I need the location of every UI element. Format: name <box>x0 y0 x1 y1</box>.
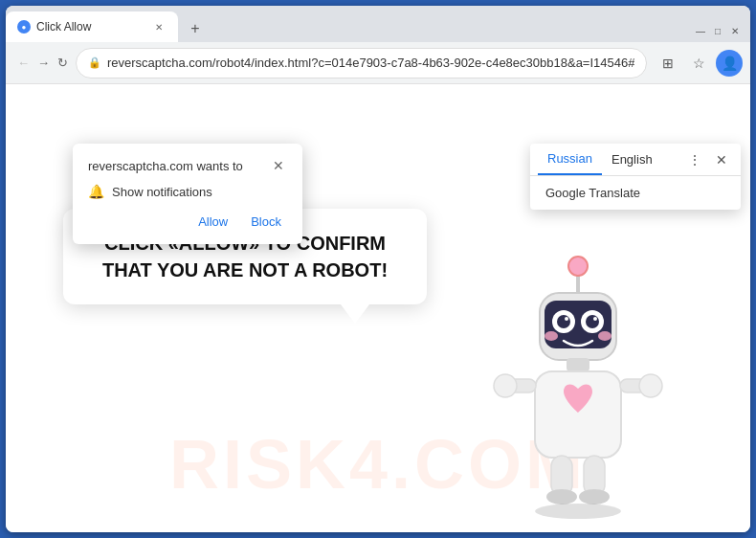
minimize-button[interactable]: — <box>693 23 708 38</box>
translate-tab-russian[interactable]: Russian <box>538 144 602 175</box>
extensions-button[interactable]: ⊞ <box>655 50 681 77</box>
popup-close-button[interactable]: ✕ <box>270 157 287 174</box>
translate-tab-english[interactable]: English <box>602 145 662 174</box>
popup-title: reverscaptcha.com wants to <box>88 159 243 173</box>
lock-icon: 🔒 <box>88 56 101 69</box>
translate-menu-button[interactable]: ⋮ <box>683 148 706 171</box>
page-content: RISK4.COM reverscaptcha.com wants to ✕ 🔔… <box>6 84 750 532</box>
translate-close-button[interactable]: ✕ <box>710 148 733 171</box>
window-controls: — □ ✕ <box>693 23 750 42</box>
svg-point-10 <box>545 331 558 341</box>
browser-window: ● Click Allow ✕ + — □ ✕ ← → ↻ 🔒 reversca… <box>6 6 750 532</box>
translate-actions: ⋮ ✕ <box>683 148 733 171</box>
browser-tab[interactable]: ● Click Allow ✕ <box>6 11 178 42</box>
profile-button[interactable]: 👤 <box>716 50 743 77</box>
svg-point-9 <box>593 317 597 321</box>
notification-label: Show notifications <box>112 185 212 199</box>
tab-title: Click Allow <box>36 20 145 34</box>
svg-rect-13 <box>535 371 621 458</box>
reload-button[interactable]: ↻ <box>57 52 68 75</box>
svg-point-15 <box>494 374 517 397</box>
tab-bar: ● Click Allow ✕ + — □ ✕ <box>6 6 750 42</box>
browser-actions: ⊞ ☆ 👤 ⋮ <box>655 50 750 77</box>
translate-dropdown: Russian English ⋮ ✕ Google Translate <box>530 144 741 210</box>
new-tab-button[interactable]: + <box>182 15 209 42</box>
forward-button[interactable]: → <box>37 52 50 75</box>
popup-buttons: Allow Block <box>88 211 287 233</box>
svg-point-1 <box>568 257 588 276</box>
google-translate-option[interactable]: Google Translate <box>530 176 741 210</box>
close-window-button[interactable]: ✕ <box>727 23 743 38</box>
back-button[interactable]: ← <box>17 52 30 75</box>
svg-point-21 <box>579 489 610 504</box>
allow-button[interactable]: Allow <box>192 211 233 233</box>
translate-tabs: Russian English ⋮ ✕ <box>530 144 741 176</box>
svg-rect-12 <box>567 358 589 371</box>
popup-notification-row: 🔔 Show notifications <box>88 184 287 199</box>
menu-button[interactable]: ⋮ <box>746 50 750 77</box>
bell-icon: 🔔 <box>88 184 104 199</box>
bookmark-button[interactable]: ☆ <box>685 50 712 77</box>
svg-point-22 <box>535 504 621 519</box>
url-text: reverscaptcha.com/robot4/index.html?c=01… <box>107 56 634 70</box>
maximize-button[interactable]: □ <box>710 23 725 38</box>
address-bar: ← → ↻ 🔒 reverscaptcha.com/robot4/index.h… <box>6 42 750 84</box>
block-button[interactable]: Block <box>245 211 287 233</box>
robot-illustration <box>482 245 674 513</box>
svg-point-11 <box>598 331 611 341</box>
svg-point-17 <box>639 374 662 397</box>
popup-header: reverscaptcha.com wants to ✕ <box>88 157 287 174</box>
notification-popup: reverscaptcha.com wants to ✕ 🔔 Show noti… <box>73 144 302 244</box>
tab-favicon: ● <box>17 20 31 34</box>
svg-point-7 <box>586 315 599 328</box>
svg-point-8 <box>565 317 568 321</box>
url-bar[interactable]: 🔒 reverscaptcha.com/robot4/index.html?c=… <box>76 48 647 78</box>
tab-close-button[interactable]: ✕ <box>151 19 167 34</box>
svg-point-6 <box>557 315 570 328</box>
svg-point-20 <box>546 489 577 504</box>
